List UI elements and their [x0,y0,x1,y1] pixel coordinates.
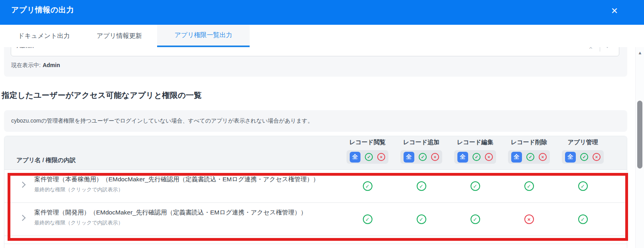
section-heading: 指定したユーザーがアクセス可能なアプリと権限の一覧 [2,90,202,101]
permission-cell: ✓ [394,170,448,202]
column-3: レコード削除全✓× [502,136,556,169]
dialog-header: アプリ情報の出力 × [0,0,644,25]
table-row[interactable]: 案件管理（本番稼働用）（EMdocMaker_先行確認用（定義書読込・EMログ連… [4,170,627,203]
filter-group: 全✓× [454,150,496,164]
filter-all-button[interactable]: 全 [457,152,468,163]
note-text: cybozu.comの管理者権限を持つユーザーでログインしていない場合、すべての… [11,117,313,125]
filter-allow-button[interactable]: ✓ [365,153,373,161]
column-header-label: レコード閲覧 [349,139,386,146]
check-circle-icon: ✓ [580,153,588,161]
filter-all-button[interactable]: 全 [350,152,360,163]
permission-cell: ✓ [394,203,448,236]
column-2: レコード編集全✓× [448,136,502,169]
column-header-label: アプリ管理 [567,139,598,146]
user-select[interactable]: Admin × [11,47,619,56]
row-header-cell: アプリ名 / 権限の内訳 [4,136,341,169]
permissions-table: アプリ名 / 権限の内訳 レコード閲覧全✓×レコード追加全✓×レコード編集全✓×… [4,136,627,248]
table-body: 案件管理（本番稼働用）（EMdocMaker_先行確認用（定義書読込・EMログ連… [4,170,627,244]
row-main: 案件管理（本番稼働用）（EMdocMaker_先行確認用（定義書読込・EMログ連… [4,170,341,202]
scroll-up-arrow-icon[interactable]: ▲ [636,50,644,55]
permission-allow-icon: ✓ [471,181,480,191]
permission-cell: ✓ [341,203,394,236]
filter-allow-button[interactable]: ✓ [526,153,534,161]
column-header-label: レコード編集 [457,139,493,146]
tab-document-export[interactable]: ドキュメント出力 [18,25,70,47]
cross-circle-icon: × [485,153,493,161]
cross-circle-icon: × [539,153,547,161]
check-circle-icon: ✓ [365,153,373,161]
column-1: レコード追加全✓× [394,136,448,169]
permission-cell: ✓ [502,170,556,202]
filter-all-button[interactable]: 全 [565,152,576,163]
filter-deny-button[interactable]: × [539,153,547,161]
filter-deny-button[interactable]: × [377,153,385,161]
tab-bar: ドキュメント出力 アプリ情報更新 アプリ権限一覧出力 [0,25,644,47]
permission-allow-icon: ✓ [363,181,372,191]
scroll-content: Admin × 現在表示中:Admin 指定したユーザーがアクセス可能なアプリと… [0,47,635,248]
tab-app-info-update[interactable]: アプリ情報更新 [97,25,142,47]
filter-group: 全✓× [400,150,442,164]
filter-allow-button[interactable]: ✓ [580,153,588,161]
permission-allow-icon: ✓ [578,181,588,191]
row-main: 案件管理（開発用）（EMdocMaker_先行確認用（定義書読込・EMログ連携・… [4,203,341,236]
filter-all-button[interactable]: 全 [404,152,414,163]
currently-showing-value: Admin [43,62,60,68]
user-select-value: Admin [17,47,34,49]
permission-allow-icon: ✓ [417,214,426,224]
note-box: cybozu.comの管理者権限を持つユーザーでログインしていない場合、すべての… [4,110,627,132]
vertical-scrollbar[interactable]: ▲ [635,47,644,248]
row-subtitle: 最終的な権限（クリックで内訳表示） [34,186,341,193]
table-row[interactable]: 案件管理（開発用）（EMdocMaker_先行確認用（定義書読込・EMログ連携・… [4,203,627,236]
filter-all-button[interactable]: 全 [511,152,522,163]
row-subtitle: 最終的な権限（クリックで内訳表示） [34,219,341,226]
permission-cell: ✓ [341,170,394,202]
cross-circle-icon: × [593,153,601,161]
check-circle-icon: ✓ [473,153,481,161]
filter-group: 全✓× [347,150,388,164]
column-header-label: レコード削除 [511,139,547,146]
user-selector-panel: Admin × 現在表示中:Admin [4,47,627,77]
permission-cell: × [502,203,556,236]
clear-icon[interactable]: × [589,47,593,51]
column-header-label: レコード追加 [403,139,439,146]
filter-group: 全✓× [562,150,604,164]
filter-group: 全✓× [508,150,550,164]
dialog-title: アプリ情報の出力 [11,5,74,15]
currently-showing-label: 現在表示中: [11,62,41,68]
app-name[interactable]: 案件管理（開発用）（EMdocMaker_先行確認用（定義書読込・EMログ連携・… [34,208,341,217]
cross-circle-icon: × [377,153,385,161]
permission-allow-icon: ✓ [471,214,480,224]
column-4: アプリ管理全✓× [556,136,610,169]
check-circle-icon: ✓ [526,153,534,161]
chevron-down-icon[interactable] [605,47,610,48]
scrollbar-thumb[interactable] [637,101,642,169]
app-name[interactable]: 案件管理（本番稼働用）（EMdocMaker_先行確認用（定義書読込・EMログ連… [34,175,341,184]
table-header: アプリ名 / 権限の内訳 レコード閲覧全✓×レコード追加全✓×レコード編集全✓×… [4,136,627,170]
filter-deny-button[interactable]: × [593,153,601,161]
permission-cell: ✓ [556,203,610,236]
filter-allow-button[interactable]: ✓ [473,153,481,161]
permission-deny-icon: × [524,214,534,224]
check-circle-icon: ✓ [419,153,427,161]
permission-allow-icon: ✓ [524,181,534,191]
permission-cell: ✓ [448,170,502,202]
filter-deny-button[interactable]: × [485,153,493,161]
filter-deny-button[interactable]: × [431,153,439,161]
row-header-label: アプリ名 / 権限の内訳 [16,157,76,164]
column-0: レコード閲覧全✓× [341,136,394,169]
filter-allow-button[interactable]: ✓ [419,153,427,161]
currently-showing: 現在表示中:Admin [11,62,60,69]
close-icon[interactable]: × [611,5,618,16]
tab-app-permission-export[interactable]: アプリ権限一覧出力 [157,25,249,47]
permission-cell: ✓ [448,203,502,236]
permission-allow-icon: ✓ [363,214,372,224]
permission-allow-icon: ✓ [417,181,426,191]
permission-cell: ✓ [556,170,610,202]
cross-circle-icon: × [431,153,439,161]
select-divider [600,47,600,52]
next-row-partial [4,236,627,244]
permission-allow-icon: ✓ [578,214,588,224]
